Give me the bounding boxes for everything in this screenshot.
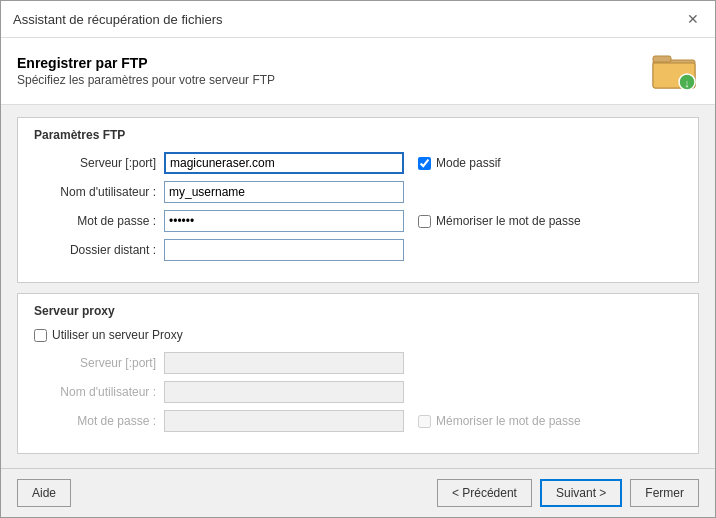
next-button[interactable]: Suivant >: [540, 479, 622, 507]
ftp-remotefolder-row: Dossier distant :: [34, 239, 682, 261]
folder-ftp-icon: ↓: [651, 50, 699, 92]
remember-password-label: Mémoriser le mot de passe: [436, 214, 581, 228]
ftp-section-title: Paramètres FTP: [34, 128, 682, 142]
proxy-password-label: Mot de passe :: [34, 414, 164, 428]
proxy-password-input[interactable]: [164, 410, 404, 432]
proxy-section-title: Serveur proxy: [34, 304, 682, 318]
remember-password-group: Mémoriser le mot de passe: [418, 214, 581, 228]
ftp-server-input[interactable]: [164, 152, 404, 174]
header-subtext: Spécifiez les paramètres pour votre serv…: [17, 73, 275, 87]
ftp-password-label: Mot de passe :: [34, 214, 164, 228]
ftp-server-row: Serveur [:port] Mode passif: [34, 152, 682, 174]
use-proxy-row: Utiliser un serveur Proxy: [34, 328, 682, 342]
proxy-remember-password-group: Mémoriser le mot de passe: [418, 414, 581, 428]
ftp-parameters-section: Paramètres FTP Serveur [:port] Mode pass…: [17, 117, 699, 283]
ftp-username-label: Nom d'utilisateur :: [34, 185, 164, 199]
passive-mode-label: Mode passif: [436, 156, 501, 170]
ftp-server-label: Serveur [:port]: [34, 156, 164, 170]
use-proxy-checkbox[interactable]: [34, 329, 47, 342]
passive-mode-group: Mode passif: [418, 156, 501, 170]
footer-right: < Précédent Suivant > Fermer: [437, 479, 699, 507]
dialog-content: Paramètres FTP Serveur [:port] Mode pass…: [1, 105, 715, 468]
close-button[interactable]: Fermer: [630, 479, 699, 507]
help-button[interactable]: Aide: [17, 479, 71, 507]
header-icon: ↓: [651, 50, 699, 92]
footer-left: Aide: [17, 479, 71, 507]
dialog-window: Assistant de récupération de fichiers ✕ …: [0, 0, 716, 518]
proxy-remember-password-checkbox[interactable]: [418, 415, 431, 428]
ftp-password-input[interactable]: [164, 210, 404, 232]
remember-password-checkbox[interactable]: [418, 215, 431, 228]
title-bar: Assistant de récupération de fichiers ✕: [1, 1, 715, 38]
ftp-remotefolder-input[interactable]: [164, 239, 404, 261]
header-text: Enregistrer par FTP Spécifiez les paramè…: [17, 55, 275, 87]
dialog-title: Assistant de récupération de fichiers: [13, 12, 223, 27]
close-icon[interactable]: ✕: [683, 9, 703, 29]
ftp-username-input[interactable]: [164, 181, 404, 203]
dialog-footer: Aide < Précédent Suivant > Fermer: [1, 468, 715, 517]
ftp-password-row: Mot de passe : Mémoriser le mot de passe: [34, 210, 682, 232]
proxy-remember-password-label: Mémoriser le mot de passe: [436, 414, 581, 428]
passive-mode-checkbox[interactable]: [418, 157, 431, 170]
proxy-username-input[interactable]: [164, 381, 404, 403]
proxy-username-label: Nom d'utilisateur :: [34, 385, 164, 399]
svg-rect-1: [653, 56, 671, 62]
proxy-password-row: Mot de passe : Mémoriser le mot de passe: [34, 410, 682, 432]
ftp-username-row: Nom d'utilisateur :: [34, 181, 682, 203]
proxy-section: Serveur proxy Utiliser un serveur Proxy …: [17, 293, 699, 454]
svg-text:↓: ↓: [684, 77, 690, 89]
proxy-server-row: Serveur [:port]: [34, 352, 682, 374]
proxy-username-row: Nom d'utilisateur :: [34, 381, 682, 403]
dialog-header: Enregistrer par FTP Spécifiez les paramè…: [1, 38, 715, 105]
use-proxy-label: Utiliser un serveur Proxy: [52, 328, 183, 342]
header-heading: Enregistrer par FTP: [17, 55, 275, 71]
ftp-remotefolder-label: Dossier distant :: [34, 243, 164, 257]
proxy-server-label: Serveur [:port]: [34, 356, 164, 370]
proxy-server-input[interactable]: [164, 352, 404, 374]
prev-button[interactable]: < Précédent: [437, 479, 532, 507]
